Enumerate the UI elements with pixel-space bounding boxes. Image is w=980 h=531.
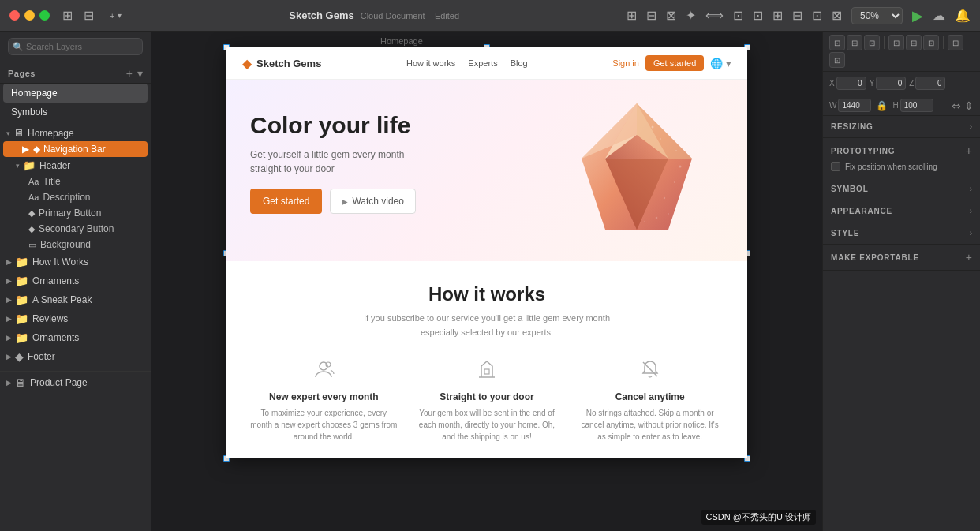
svg-point-9 — [679, 166, 682, 168]
arrange-button[interactable]: ⊟ — [646, 8, 656, 23]
align-left-button[interactable]: ⊡ — [829, 35, 845, 50]
prototyping-header[interactable]: PROTOTYPING + — [831, 144, 972, 157]
insert2-button[interactable]: ⊞ — [627, 8, 637, 23]
page-list: Homepage Symbols — [0, 84, 151, 122]
globe-icon[interactable]: 🌐 ▾ — [710, 58, 731, 69]
align-right-button[interactable]: ⊡ — [864, 35, 880, 50]
traffic-lights — [9, 10, 50, 21]
layer-reviews[interactable]: ▶ 📁 Reviews — [0, 309, 151, 328]
product-page-label: Product Page — [30, 377, 88, 388]
prototyping-button[interactable]: ⊟ — [792, 8, 802, 23]
product-page-icon: 🖥 — [15, 376, 26, 389]
hero-primary-button[interactable]: Get started — [250, 189, 322, 214]
export1-button[interactable]: ⊡ — [812, 8, 822, 23]
page-homepage[interactable]: Homepage — [3, 84, 148, 103]
flip-h-icon[interactable]: ⇔ — [952, 99, 961, 112]
bg-label: Background — [40, 239, 91, 250]
align-center-button[interactable]: ⊟ — [847, 35, 862, 50]
style-header[interactable]: STYLE › — [831, 229, 972, 237]
flip-v-icon[interactable]: ⇕ — [964, 99, 974, 112]
add-page-button[interactable]: + — [126, 67, 133, 80]
layer-navigation-bar[interactable]: ▶ ◆ Navigation Bar — [3, 141, 148, 157]
layer-ornaments-2[interactable]: ▶ 📁 Ornaments — [0, 328, 151, 347]
layer-footer[interactable]: ▶ ◆ Footer — [0, 347, 151, 366]
nav-link-blog[interactable]: Blog — [511, 58, 528, 68]
libraries-button[interactable]: ⊞ — [772, 8, 783, 23]
z-input[interactable] — [915, 77, 945, 90]
root-label: Homepage — [28, 128, 74, 139]
appearance-header[interactable]: APPEARANCE › — [831, 207, 972, 215]
components-button[interactable]: ✦ — [686, 8, 696, 23]
minimize-button[interactable] — [24, 10, 35, 21]
export-plus-icon[interactable]: + — [966, 251, 972, 264]
nav-link-how[interactable]: How it works — [406, 58, 455, 68]
h-input[interactable] — [900, 99, 933, 112]
layer-title[interactable]: Aa Title — [0, 174, 151, 189]
how-label: How It Works — [32, 256, 88, 267]
play-button[interactable]: ▶ — [912, 7, 923, 24]
cloud-button[interactable]: ☁ — [933, 8, 945, 23]
dist-v-button[interactable]: ⊡ — [829, 52, 845, 68]
grid-icon[interactable]: ⊞ — [62, 8, 73, 23]
close-button[interactable] — [9, 10, 20, 21]
lock-icon[interactable]: 🔒 — [876, 100, 888, 111]
layer-product-page[interactable]: ▶ 🖥 Product Page — [0, 371, 151, 392]
align-bot-button[interactable]: ⊡ — [923, 35, 939, 50]
fullscreen-button[interactable] — [39, 10, 50, 21]
distribute-button[interactable]: ⟺ — [705, 8, 724, 23]
notification-button[interactable]: 🔔 — [955, 8, 971, 23]
style-arrow-icon: › — [970, 229, 972, 237]
export-header[interactable]: MAKE EXPORTABLE + — [831, 251, 972, 264]
svg-point-10 — [674, 181, 675, 183]
svg-point-14 — [644, 221, 645, 222]
fix-position-checkbox[interactable] — [831, 162, 840, 171]
w-input[interactable] — [838, 99, 871, 112]
nav-cta-button[interactable]: Get started — [645, 55, 704, 71]
layer-ornaments-1[interactable]: ▶ 📁 Ornaments — [0, 271, 151, 290]
insert-button[interactable]: +▾ — [110, 11, 122, 21]
expert-desc: To maximize your experience, every month… — [250, 407, 398, 443]
mask-button[interactable]: ⊡ — [753, 8, 763, 23]
nav-link-experts[interactable]: Experts — [468, 58, 497, 68]
primary-btn-symbol-icon: ◆ — [28, 208, 35, 219]
search-wrap: 🔍 — [8, 38, 143, 55]
layer-description[interactable]: Aa Description — [0, 189, 151, 205]
w-label: W — [829, 101, 836, 110]
symbol-header[interactable]: SYMBOL › — [831, 185, 972, 193]
layer-background[interactable]: ▭ Background — [0, 237, 151, 252]
orn1-arrow-icon: ▶ — [6, 277, 12, 285]
layer-secondary-button[interactable]: ◆ Secondary Button — [0, 221, 151, 237]
export2-button[interactable]: ⊠ — [832, 8, 842, 23]
layout-icon[interactable]: ⊟ — [84, 8, 94, 23]
how-folder-icon: 📁 — [15, 256, 28, 268]
pages-actions: + ▾ — [126, 67, 143, 80]
align-mid-button[interactable]: ⊟ — [906, 35, 922, 50]
dist-h-button[interactable]: ⊡ — [948, 35, 963, 50]
sneak-folder-icon: 📁 — [15, 294, 28, 306]
rev-folder-icon: 📁 — [15, 312, 28, 325]
scale-button[interactable]: ⊡ — [733, 8, 743, 23]
page-symbols[interactable]: Symbols — [3, 103, 148, 122]
layer-tree: ▾ 🖥 Homepage ▶ ◆ Navigation Bar ▾ 📁 Head… — [0, 122, 151, 531]
layer-how-it-works[interactable]: ▶ 📁 How It Works — [0, 252, 151, 271]
zoom-select[interactable]: 50% 100% — [851, 7, 903, 24]
footer-arrow-icon: ▶ — [6, 353, 12, 361]
x-input[interactable] — [836, 77, 866, 90]
prototyping-plus-icon[interactable]: + — [966, 144, 972, 157]
tree-root-homepage[interactable]: ▾ 🖥 Homepage — [0, 125, 151, 141]
appearance-label: APPEARANCE — [831, 207, 892, 215]
layer-sneak-peak[interactable]: ▶ 📁 A Sneak Peak — [0, 290, 151, 309]
align-top-button[interactable]: ⊡ — [888, 35, 904, 50]
resizing-header[interactable]: RESIZING › — [831, 122, 972, 131]
y-input[interactable] — [876, 77, 906, 90]
how-description: If you subscribe to our service you'll g… — [250, 312, 724, 339]
hero-secondary-button[interactable]: ▶ Watch video — [330, 189, 416, 214]
search-input[interactable] — [8, 38, 143, 55]
nav-signin[interactable]: Sign in — [612, 58, 639, 68]
page-menu-button[interactable]: ▾ — [137, 67, 143, 80]
layer-header-group[interactable]: ▾ 📁 Header — [0, 157, 151, 174]
layer-primary-button[interactable]: ◆ Primary Button — [0, 205, 151, 221]
grid2-button[interactable]: ⊠ — [666, 8, 676, 23]
rp-coords: X Y Z — [823, 72, 980, 95]
rp-dims: W 🔒 H ⇔ ⇕ — [823, 95, 980, 116]
